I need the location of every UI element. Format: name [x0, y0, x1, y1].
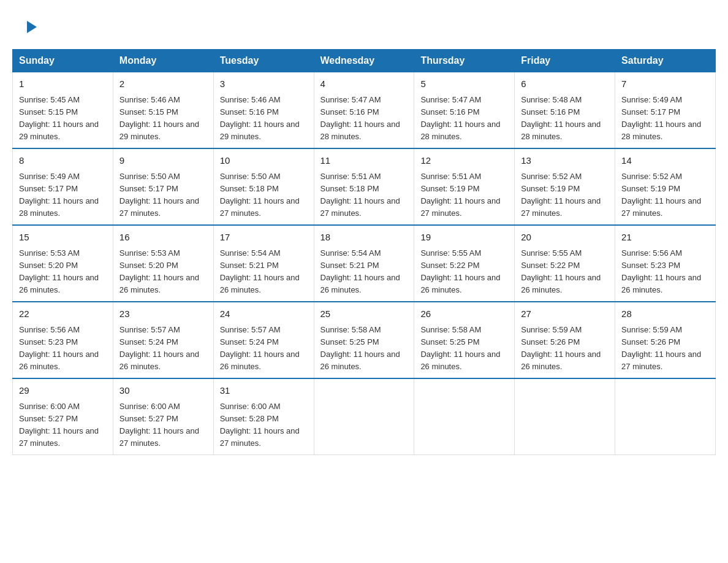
day-number: 17: [220, 231, 308, 245]
calendar-cell: 11Sunrise: 5:51 AMSunset: 5:18 PMDayligh…: [314, 148, 414, 225]
calendar-cell: 3Sunrise: 5:46 AMSunset: 5:16 PMDaylight…: [213, 72, 314, 148]
day-info: Sunrise: 5:52 AMSunset: 5:19 PMDaylight:…: [621, 170, 709, 220]
day-number: 18: [320, 231, 408, 245]
calendar-cell: 5Sunrise: 5:47 AMSunset: 5:16 PMDaylight…: [414, 72, 515, 148]
calendar-body: 1Sunrise: 5:45 AMSunset: 5:15 PMDaylight…: [13, 72, 716, 455]
calendar-week-row: 8Sunrise: 5:49 AMSunset: 5:17 PMDaylight…: [13, 148, 716, 225]
day-info: Sunrise: 5:51 AMSunset: 5:19 PMDaylight:…: [420, 170, 508, 220]
day-number: 10: [220, 154, 308, 168]
day-number: 29: [19, 384, 107, 398]
calendar-cell: 29Sunrise: 6:00 AMSunset: 5:27 PMDayligh…: [13, 378, 113, 455]
day-number: 16: [119, 231, 207, 245]
day-info: Sunrise: 5:46 AMSunset: 5:15 PMDaylight:…: [119, 94, 207, 144]
calendar-cell: 10Sunrise: 5:50 AMSunset: 5:18 PMDayligh…: [213, 148, 314, 225]
day-number: 12: [420, 154, 508, 168]
day-info: Sunrise: 5:56 AMSunset: 5:23 PMDaylight:…: [621, 247, 709, 297]
weekday-header-wednesday: Wednesday: [314, 50, 414, 72]
calendar-cell: [414, 378, 515, 455]
calendar-week-row: 1Sunrise: 5:45 AMSunset: 5:15 PMDaylight…: [13, 72, 716, 148]
day-number: 4: [320, 77, 408, 91]
calendar-week-row: 15Sunrise: 5:53 AMSunset: 5:20 PMDayligh…: [13, 225, 716, 302]
day-info: Sunrise: 5:45 AMSunset: 5:15 PMDaylight:…: [19, 94, 107, 144]
day-info: Sunrise: 5:46 AMSunset: 5:16 PMDaylight:…: [220, 94, 308, 144]
calendar-cell: 6Sunrise: 5:48 AMSunset: 5:16 PMDaylight…: [515, 72, 615, 148]
day-number: 24: [220, 307, 308, 321]
day-info: Sunrise: 5:53 AMSunset: 5:20 PMDaylight:…: [19, 247, 107, 297]
day-number: 28: [621, 307, 709, 321]
day-number: 2: [119, 77, 207, 91]
calendar-header: SundayMondayTuesdayWednesdayThursdayFrid…: [13, 50, 716, 72]
calendar-cell: [615, 378, 716, 455]
day-info: Sunrise: 5:49 AMSunset: 5:17 PMDaylight:…: [621, 94, 709, 144]
weekday-header-friday: Friday: [515, 50, 615, 72]
weekday-header-row: SundayMondayTuesdayWednesdayThursdayFrid…: [13, 50, 716, 72]
day-info: Sunrise: 5:51 AMSunset: 5:18 PMDaylight:…: [320, 170, 408, 220]
day-info: Sunrise: 5:58 AMSunset: 5:25 PMDaylight:…: [320, 324, 408, 373]
day-number: 22: [19, 307, 107, 321]
day-info: Sunrise: 5:55 AMSunset: 5:22 PMDaylight:…: [521, 247, 609, 297]
calendar-cell: 18Sunrise: 5:54 AMSunset: 5:21 PMDayligh…: [314, 225, 414, 302]
calendar-table: SundayMondayTuesdayWednesdayThursdayFrid…: [12, 49, 716, 455]
day-info: Sunrise: 6:00 AMSunset: 5:27 PMDaylight:…: [119, 400, 207, 450]
calendar-cell: 13Sunrise: 5:52 AMSunset: 5:19 PMDayligh…: [515, 148, 615, 225]
calendar-cell: 15Sunrise: 5:53 AMSunset: 5:20 PMDayligh…: [13, 225, 113, 302]
calendar-cell: 12Sunrise: 5:51 AMSunset: 5:19 PMDayligh…: [414, 148, 515, 225]
day-number: 9: [119, 154, 207, 168]
calendar-cell: 25Sunrise: 5:58 AMSunset: 5:25 PMDayligh…: [314, 302, 414, 378]
calendar-cell: 9Sunrise: 5:50 AMSunset: 5:17 PMDaylight…: [113, 148, 213, 225]
calendar-cell: 31Sunrise: 6:00 AMSunset: 5:28 PMDayligh…: [213, 378, 314, 455]
calendar-cell: 22Sunrise: 5:56 AMSunset: 5:23 PMDayligh…: [13, 302, 113, 378]
day-info: Sunrise: 5:49 AMSunset: 5:17 PMDaylight:…: [19, 170, 107, 220]
day-number: 26: [420, 307, 508, 321]
calendar-cell: 27Sunrise: 5:59 AMSunset: 5:26 PMDayligh…: [515, 302, 615, 378]
day-info: Sunrise: 5:59 AMSunset: 5:26 PMDaylight:…: [621, 324, 709, 373]
day-info: Sunrise: 5:54 AMSunset: 5:21 PMDaylight:…: [220, 247, 308, 297]
calendar-cell: [314, 378, 414, 455]
day-info: Sunrise: 5:47 AMSunset: 5:16 PMDaylight:…: [320, 94, 408, 144]
calendar-cell: 24Sunrise: 5:57 AMSunset: 5:24 PMDayligh…: [213, 302, 314, 378]
day-info: Sunrise: 5:56 AMSunset: 5:23 PMDaylight:…: [19, 324, 107, 373]
day-info: Sunrise: 5:59 AMSunset: 5:26 PMDaylight:…: [521, 324, 609, 373]
day-info: Sunrise: 5:50 AMSunset: 5:18 PMDaylight:…: [220, 170, 308, 220]
day-info: Sunrise: 5:52 AMSunset: 5:19 PMDaylight:…: [521, 170, 609, 220]
day-number: 15: [19, 231, 107, 245]
calendar-week-row: 29Sunrise: 6:00 AMSunset: 5:27 PMDayligh…: [13, 378, 716, 455]
calendar-cell: 1Sunrise: 5:45 AMSunset: 5:15 PMDaylight…: [13, 72, 113, 148]
day-number: 1: [19, 77, 107, 91]
logo: [25, 18, 37, 31]
day-number: 3: [220, 77, 308, 91]
calendar-cell: 23Sunrise: 5:57 AMSunset: 5:24 PMDayligh…: [113, 302, 213, 378]
day-number: 23: [119, 307, 207, 321]
day-info: Sunrise: 5:57 AMSunset: 5:24 PMDaylight:…: [119, 324, 207, 373]
day-info: Sunrise: 6:00 AMSunset: 5:28 PMDaylight:…: [220, 400, 308, 450]
day-info: Sunrise: 5:58 AMSunset: 5:25 PMDaylight:…: [420, 324, 508, 373]
calendar-week-row: 22Sunrise: 5:56 AMSunset: 5:23 PMDayligh…: [13, 302, 716, 378]
day-number: 30: [119, 384, 207, 398]
day-number: 27: [521, 307, 609, 321]
day-number: 6: [521, 77, 609, 91]
weekday-header-sunday: Sunday: [13, 50, 113, 72]
weekday-header-tuesday: Tuesday: [213, 50, 314, 72]
day-info: Sunrise: 5:54 AMSunset: 5:21 PMDaylight:…: [320, 247, 408, 297]
calendar-cell: [515, 378, 615, 455]
page-header: [12, 12, 716, 37]
day-info: Sunrise: 5:47 AMSunset: 5:16 PMDaylight:…: [420, 94, 508, 144]
calendar-cell: 30Sunrise: 6:00 AMSunset: 5:27 PMDayligh…: [113, 378, 213, 455]
day-number: 20: [521, 231, 609, 245]
calendar-cell: 26Sunrise: 5:58 AMSunset: 5:25 PMDayligh…: [414, 302, 515, 378]
day-number: 31: [220, 384, 308, 398]
day-number: 8: [19, 154, 107, 168]
day-number: 25: [320, 307, 408, 321]
day-number: 13: [521, 154, 609, 168]
day-info: Sunrise: 5:57 AMSunset: 5:24 PMDaylight:…: [220, 324, 308, 373]
day-info: Sunrise: 6:00 AMSunset: 5:27 PMDaylight:…: [19, 400, 107, 450]
day-number: 7: [621, 77, 709, 91]
day-number: 5: [420, 77, 508, 91]
day-number: 11: [320, 154, 408, 168]
day-info: Sunrise: 5:50 AMSunset: 5:17 PMDaylight:…: [119, 170, 207, 220]
weekday-header-thursday: Thursday: [414, 50, 515, 72]
calendar-cell: 28Sunrise: 5:59 AMSunset: 5:26 PMDayligh…: [615, 302, 716, 378]
logo-arrow-icon: [27, 21, 37, 33]
calendar-cell: 14Sunrise: 5:52 AMSunset: 5:19 PMDayligh…: [615, 148, 716, 225]
day-number: 19: [420, 231, 508, 245]
